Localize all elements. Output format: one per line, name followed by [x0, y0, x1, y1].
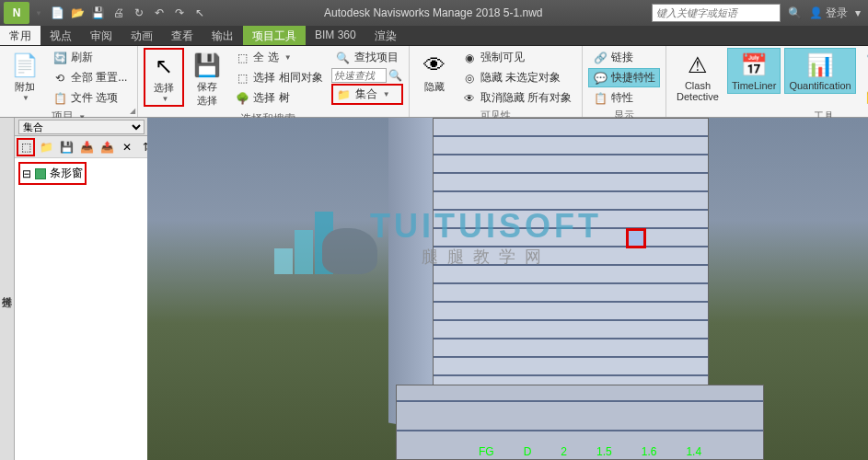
save-selection-button[interactable]: 💾 保存 选择: [188, 48, 226, 110]
select-tree-button[interactable]: 🌳选择 树: [230, 88, 327, 108]
props-icon: 📋: [593, 91, 608, 106]
app-icon[interactable]: N: [4, 2, 29, 24]
import-icon[interactable]: 📥: [77, 138, 96, 156]
tree-item-label: 条形窗: [50, 166, 83, 181]
ribbon: 📄 附加 ▼ 🔄刷新 ⟲全部 重置... 📋文件 选项 项目 ▼ ◢ ↖ 选择 …: [0, 46, 868, 118]
title-right: 🔍 👤 登录 ▾: [781, 6, 868, 21]
tool-2-button[interactable]: ⚙: [862, 69, 868, 87]
tool-3-button[interactable]: 📐: [862, 88, 868, 107]
panel-expand-icon[interactable]: ◢: [130, 107, 135, 115]
login-button[interactable]: 👤 登录: [809, 6, 848, 21]
quantification-button[interactable]: 📊 Quantification: [784, 48, 855, 94]
tab-review[interactable]: 审阅: [81, 26, 122, 45]
tab-output[interactable]: 输出: [203, 26, 243, 45]
tab-project[interactable]: 项目工具: [243, 26, 306, 45]
reset-icon: ⟲: [52, 71, 67, 86]
file-options-icon: 📋: [52, 91, 67, 106]
save-icon[interactable]: 💾: [90, 5, 107, 21]
find-items-button[interactable]: 🔍查找项目: [331, 48, 403, 67]
select-related-button[interactable]: ⬚选择 相同对象: [230, 68, 327, 87]
tab-render[interactable]: 渲染: [365, 26, 406, 45]
hide-unselected-button[interactable]: ◎隐藏 未选定对象: [457, 68, 576, 87]
hide-icon: 👁: [420, 51, 449, 80]
redo-icon[interactable]: ↷: [171, 5, 188, 21]
watermark-logo: [267, 201, 359, 274]
folder-icon[interactable]: 📁: [37, 138, 55, 156]
panel-project: 📄 附加 ▼ 🔄刷新 ⟲全部 重置... 📋文件 选项 项目 ▼ ◢: [0, 46, 138, 117]
hide-unsel-icon: ◎: [462, 71, 477, 86]
reset-all-button[interactable]: ⟲全部 重置...: [48, 68, 132, 87]
clash-icon: ⚠: [683, 51, 712, 80]
side-panel: 选择树 集合 📌 ✕ ⬚ 📁 💾 📥 📤 ✕ ⇅ ▾ ⊟ 条形窗: [0, 118, 147, 460]
quick-props-icon: 💬: [593, 71, 608, 86]
tab-common[interactable]: 常用: [0, 26, 41, 45]
force-vis-icon: ◉: [462, 51, 477, 65]
panel-display: 🔗链接 💬快捷特性 📋特性 显示: [583, 46, 666, 117]
tool-1-button[interactable]: 🔧: [862, 50, 868, 68]
undo-icon[interactable]: ↶: [151, 5, 168, 21]
quick-find-input[interactable]: [331, 68, 387, 83]
properties-button[interactable]: 📋特性: [588, 88, 660, 108]
help-icon[interactable]: ▾: [855, 6, 861, 19]
sets-dropdown[interactable]: 集合: [18, 120, 145, 134]
select-button[interactable]: ↖ 选择 ▼: [144, 48, 184, 107]
sets-icon: 📁: [337, 87, 352, 102]
file-options-button[interactable]: 📋文件 选项: [48, 88, 132, 108]
print-icon[interactable]: 🖨: [110, 5, 127, 21]
viewport-3d[interactable]: TUITUISOFT 腿腿教学网 FGD2 1.51.61.4: [147, 118, 868, 460]
quick-find-row: 🔍: [331, 68, 403, 83]
titlebar: N ▼ 📄 📂 💾 🖨 ↻ ↶ ↷ ↖ Autodesk Navisworks …: [0, 0, 868, 26]
new-icon[interactable]: 📄: [50, 5, 66, 21]
export-icon[interactable]: 📤: [98, 138, 116, 156]
refresh-button[interactable]: 🔄刷新: [48, 48, 132, 67]
search-icon[interactable]: 🔍: [788, 6, 802, 19]
unhide-icon: 👁: [462, 91, 477, 106]
tab-view[interactable]: 视点: [41, 26, 81, 45]
select-all-button[interactable]: ⬚全 选 ▼: [230, 48, 327, 67]
append-icon: 📄: [10, 51, 40, 80]
app-menu-arrow[interactable]: ▼: [35, 9, 42, 17]
side-panel-title[interactable]: 选择树: [0, 118, 15, 460]
panel-visibility: 👁 隐藏 ◉强制可见 ◎隐藏 未选定对象 👁取消隐藏 所有对象 可见性: [410, 46, 583, 117]
panel-select-search: ↖ 选择 ▼ 💾 保存 选择 ⬚全 选 ▼ ⬚选择 相同对象 🌳选择 树 🔍查找…: [138, 46, 409, 117]
save-icon[interactable]: 💾: [57, 138, 75, 156]
set-icon: [35, 168, 46, 179]
selection-box-icon[interactable]: ⬚: [17, 138, 35, 156]
building-side: [388, 118, 433, 431]
select-cursor-icon[interactable]: ↖: [191, 5, 208, 21]
grid-labels: FGD2 1.51.61.4: [479, 445, 701, 458]
building-model[interactable]: [433, 118, 709, 431]
refresh-icon[interactable]: ↻: [131, 5, 147, 21]
timeliner-button[interactable]: 📅 TimeLiner: [727, 48, 781, 94]
search-input[interactable]: [652, 4, 781, 22]
links-button[interactable]: 🔗链接: [588, 48, 660, 67]
hide-button[interactable]: 👁 隐藏: [415, 48, 454, 97]
link-icon: 🔗: [593, 51, 608, 65]
select-rel-icon: ⬚: [235, 71, 249, 86]
open-icon[interactable]: 📂: [70, 5, 87, 21]
refresh-icon: 🔄: [52, 51, 67, 65]
save-sel-icon: 💾: [192, 51, 222, 80]
quant-icon: 📊: [805, 51, 835, 80]
tree-collapse-icon[interactable]: ⊟: [22, 167, 31, 180]
tab-look[interactable]: 查看: [162, 26, 203, 45]
quick-access-toolbar: 📄 📂 💾 🖨 ↻ ↶ ↷ ↖: [42, 5, 215, 21]
sets-button[interactable]: 📁集合 ▼: [331, 84, 403, 105]
tab-anim[interactable]: 动画: [122, 26, 162, 45]
append-button[interactable]: 📄 附加 ▼: [6, 48, 44, 105]
unhide-all-button[interactable]: 👁取消隐藏 所有对象: [457, 88, 576, 108]
delete-icon[interactable]: ✕: [118, 138, 136, 156]
selected-element-marker[interactable]: [626, 228, 646, 248]
select-all-icon: ⬚: [235, 51, 249, 65]
timeliner-icon: 📅: [739, 51, 769, 80]
tree-item-window[interactable]: ⊟ 条形窗: [18, 162, 87, 185]
tab-bim360[interactable]: BIM 360: [306, 26, 365, 45]
quick-find-go-icon[interactable]: 🔍: [388, 68, 403, 83]
cursor-icon: ↖: [149, 52, 179, 81]
menubar: 常用 视点 审阅 动画 查看 输出 项目工具 BIM 360 渲染: [0, 26, 868, 46]
panel-tools: ⚠ Clash Detective 📅 TimeLiner 📊 Quantifi…: [666, 46, 868, 117]
clash-detective-button[interactable]: ⚠ Clash Detective: [672, 48, 723, 105]
force-visible-button[interactable]: ◉强制可见: [457, 48, 576, 67]
quick-properties-button[interactable]: 💬快捷特性: [588, 68, 660, 87]
window-title: Autodesk Navisworks Manage 2018 5-1.nwd: [215, 6, 652, 19]
